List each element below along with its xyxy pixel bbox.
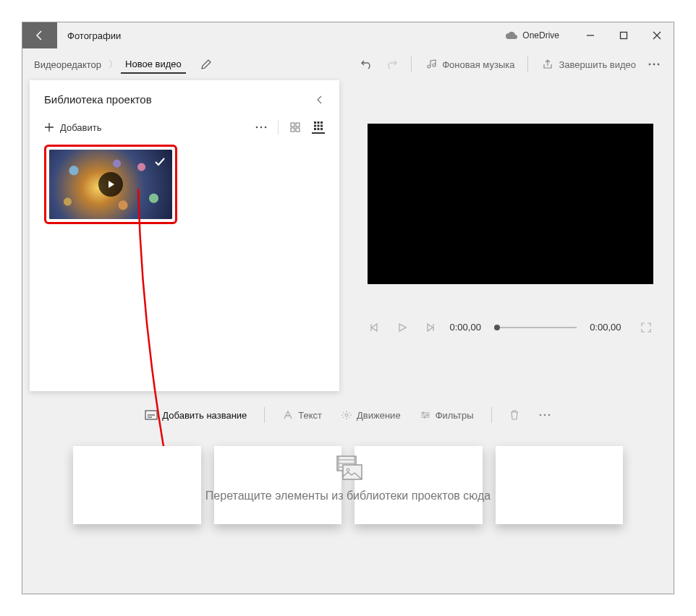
motion-button[interactable]: Движение [334, 407, 408, 424]
text-button[interactable]: Текст [275, 407, 329, 424]
text-label: Текст [298, 410, 322, 421]
more-icon [648, 59, 661, 70]
upper-row: Библиотека проектов Добавить [22, 80, 674, 391]
breadcrumb-current[interactable]: Новое видео [121, 56, 186, 74]
svg-rect-15 [318, 125, 320, 127]
svg-point-25 [539, 414, 541, 416]
add-button[interactable]: Добавить [44, 122, 101, 133]
play-overlay[interactable] [98, 172, 123, 197]
selected-check [152, 154, 168, 170]
filters-label: Фильтры [436, 410, 474, 421]
delete-button[interactable] [502, 406, 527, 424]
next-frame-icon [425, 323, 434, 332]
app-title: Фотографии [57, 30, 121, 41]
svg-point-21 [345, 414, 348, 416]
music-button[interactable]: Фоновая музыка [419, 56, 520, 73]
timeline-slot[interactable] [214, 446, 342, 524]
more-icon [255, 122, 268, 132]
motion-label: Движение [357, 410, 401, 421]
time-current: 0:00,00 [450, 322, 481, 333]
svg-rect-10 [296, 128, 300, 132]
filters-button[interactable]: Фильтры [412, 407, 481, 424]
library-panel: Библиотека проектов Добавить [30, 80, 339, 391]
prev-frame-button[interactable] [368, 323, 382, 332]
grid-small-icon [313, 121, 323, 131]
export-icon [542, 59, 553, 70]
finish-button[interactable]: Завершить видео [535, 56, 642, 73]
maximize-button[interactable] [607, 22, 640, 48]
player-controls: 0:00,00 0:00,00 [368, 322, 653, 333]
svg-rect-7 [291, 123, 294, 127]
edit-more-button[interactable] [531, 407, 559, 423]
timeline-slot[interactable] [496, 446, 624, 524]
thumbnail-highlight [44, 145, 177, 224]
more-icon [538, 410, 551, 420]
breadcrumb-root[interactable]: Видеоредактор [30, 56, 106, 73]
progress-bar[interactable] [494, 327, 577, 328]
fullscreen-button[interactable] [639, 322, 653, 333]
arrow-left-icon [34, 30, 46, 41]
timeline-slot[interactable] [73, 446, 201, 524]
play-icon [398, 323, 407, 332]
cloud-icon [505, 31, 518, 40]
play-button[interactable] [395, 323, 409, 332]
svg-rect-17 [314, 128, 316, 130]
title-bar: Фотографии OneDrive [22, 22, 674, 48]
add-title-button[interactable]: Добавить название [137, 407, 254, 424]
library-clip[interactable] [49, 150, 172, 219]
collapse-button[interactable] [315, 95, 325, 105]
timeline-slots [73, 446, 623, 524]
music-label: Фоновая музыка [442, 59, 514, 70]
svg-point-6 [265, 127, 267, 129]
title-card-icon [145, 410, 158, 420]
onedrive-button[interactable]: OneDrive [505, 30, 559, 40]
svg-point-5 [260, 127, 263, 129]
close-button[interactable] [640, 22, 674, 48]
chevron-left-icon [315, 95, 325, 105]
svg-rect-13 [321, 121, 323, 124]
motion-icon [341, 410, 352, 420]
svg-rect-0 [621, 33, 627, 39]
time-total: 0:00,00 [590, 322, 621, 333]
add-title-label: Добавить название [162, 410, 247, 421]
back-button[interactable] [22, 22, 57, 48]
main-area: Библиотека проектов Добавить [22, 80, 674, 594]
undo-icon [360, 59, 373, 70]
minimize-button[interactable] [574, 22, 607, 48]
svg-rect-8 [296, 123, 300, 127]
undo-button[interactable] [355, 56, 379, 73]
svg-rect-16 [321, 125, 323, 127]
view-large-button[interactable] [289, 121, 302, 134]
svg-rect-14 [314, 125, 316, 127]
check-icon [154, 156, 166, 168]
svg-point-27 [548, 414, 550, 416]
grid-large-icon [290, 122, 300, 132]
more-button[interactable] [642, 56, 666, 73]
finish-label: Завершить видео [559, 59, 636, 70]
add-label: Добавить [60, 122, 101, 133]
app-window: Фотографии OneDrive Видеоредактор 〉 Ново… [22, 22, 674, 594]
redo-button[interactable] [379, 56, 404, 73]
play-icon [106, 180, 115, 189]
svg-rect-11 [314, 121, 316, 124]
svg-rect-12 [318, 121, 320, 124]
library-more-button[interactable] [255, 122, 268, 132]
timeline-slot[interactable] [355, 446, 483, 524]
rename-button[interactable] [195, 56, 218, 73]
video-preview[interactable] [368, 124, 653, 284]
onedrive-label: OneDrive [522, 30, 559, 40]
svg-point-24 [423, 416, 425, 419]
preview-panel: 0:00,00 0:00,00 [347, 80, 674, 391]
view-small-button[interactable] [312, 121, 325, 134]
svg-point-26 [543, 414, 546, 416]
chevron-right-icon: 〉 [109, 58, 118, 71]
next-frame-button[interactable] [423, 323, 437, 332]
svg-point-22 [422, 412, 424, 414]
maximize-icon [619, 31, 628, 40]
svg-point-4 [256, 127, 258, 129]
fullscreen-icon [641, 322, 651, 333]
timeline[interactable]: Перетащите элементы из библиотеки проект… [22, 432, 674, 594]
close-icon [653, 31, 661, 40]
trash-icon [509, 409, 519, 421]
svg-point-3 [658, 64, 660, 66]
